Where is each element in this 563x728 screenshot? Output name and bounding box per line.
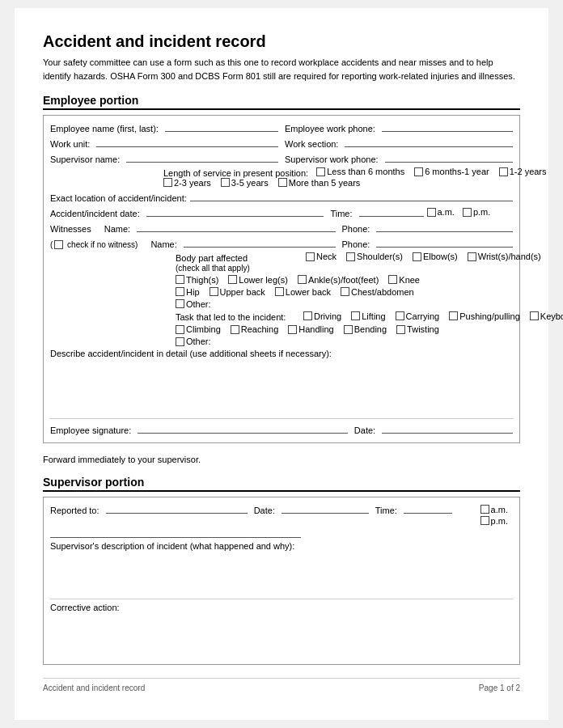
witness-phone-field-1[interactable] bbox=[376, 221, 513, 232]
sup-cb-pm[interactable]: p.m. bbox=[480, 516, 508, 526]
employee-sig-label: Employee signature: bbox=[50, 425, 131, 435]
cb-ankle[interactable]: Ankle(s)/foot(feet) bbox=[298, 275, 379, 285]
employee-form-section: Employee name (first, last): Employee wo… bbox=[43, 115, 520, 443]
cb-less-6-months[interactable]: Less than 6 months bbox=[316, 167, 404, 176]
witness-name-label-2: Name: bbox=[150, 239, 176, 249]
cb-more-5-years[interactable]: More than 5 years bbox=[278, 178, 361, 188]
cb-bending[interactable]: Bending bbox=[344, 324, 387, 334]
reported-to-field[interactable] bbox=[106, 502, 248, 514]
sup-date-field[interactable] bbox=[282, 502, 369, 514]
cb-6months-1year[interactable]: 6 months-1 year bbox=[414, 167, 489, 176]
cb-lifting[interactable]: Lifting bbox=[351, 311, 385, 321]
cb-carrying[interactable]: Carrying bbox=[396, 311, 440, 321]
supervisor-phone-label: Supervisor work phone: bbox=[285, 154, 379, 164]
witness-name-field-2[interactable] bbox=[184, 236, 336, 248]
supervisor-form-section: Reported to: Date: Time: a.m. p.m. bbox=[43, 497, 520, 665]
cb-elbow[interactable]: Elbow(s) bbox=[413, 252, 458, 261]
employee-phone-field[interactable] bbox=[382, 121, 513, 132]
work-section-label: Work section: bbox=[285, 139, 338, 149]
incident-date-field[interactable] bbox=[146, 205, 324, 217]
work-unit-field[interactable] bbox=[96, 136, 278, 147]
task-led-label: Task that led to the incident: bbox=[176, 312, 295, 322]
cb-am[interactable]: a.m. bbox=[427, 207, 455, 217]
row-witness-2: ( check if no witness) Name: Phone: bbox=[50, 236, 513, 250]
witnesses-label: Witnesses bbox=[50, 224, 91, 234]
cb-climbing[interactable]: Climbing bbox=[176, 324, 221, 334]
employee-section-heading: Employee portion bbox=[43, 94, 520, 110]
employee-sig-field[interactable] bbox=[138, 422, 348, 434]
cb-no-witness[interactable] bbox=[54, 240, 63, 249]
cb-chest[interactable]: Chest/abdomen bbox=[341, 287, 414, 297]
cb-handling[interactable]: Handling bbox=[288, 324, 333, 334]
cb-knee[interactable]: Knee bbox=[388, 275, 420, 285]
work-section-field[interactable] bbox=[345, 136, 513, 147]
row-task: Task that led to the incident: Driving L… bbox=[50, 311, 513, 347]
cb-task-other[interactable]: Other: bbox=[176, 336, 211, 346]
cb-6months-1year-box[interactable] bbox=[414, 167, 423, 176]
cb-hip[interactable]: Hip bbox=[176, 287, 200, 297]
row-sup-description: Supervisor's description of incident (wh… bbox=[50, 541, 513, 595]
describe-text-area[interactable] bbox=[50, 358, 513, 415]
cb-pm-box[interactable] bbox=[463, 208, 472, 217]
cb-3-5-years-box[interactable] bbox=[221, 178, 230, 187]
time-field[interactable] bbox=[359, 205, 424, 217]
corrective-action-area[interactable] bbox=[50, 612, 513, 657]
cb-reaching[interactable]: Reaching bbox=[231, 324, 278, 334]
intro-text: Your safety committee can use a form suc… bbox=[43, 56, 520, 83]
row-describe: Describe accident/incident in detail (us… bbox=[50, 349, 513, 415]
describe-label: Describe accident/incident in detail (us… bbox=[50, 349, 332, 358]
cb-thigh[interactable]: Thigh(s) bbox=[176, 275, 218, 285]
cb-body-other[interactable]: Other: bbox=[176, 299, 211, 309]
witness-phone-field-2[interactable] bbox=[376, 236, 513, 248]
witness-name-label-1: Name: bbox=[104, 224, 130, 234]
cb-3-5-years[interactable]: 3-5 years bbox=[221, 178, 269, 188]
cb-lower-leg[interactable]: Lower leg(s) bbox=[228, 275, 288, 285]
sup-time-label: Time: bbox=[375, 506, 397, 515]
exact-location-field[interactable] bbox=[190, 190, 513, 201]
employee-name-label: Employee name (first, last): bbox=[50, 124, 159, 133]
row-reported-to: Reported to: Date: Time: a.m. p.m. bbox=[50, 502, 513, 526]
sig-date-label: Date: bbox=[354, 425, 375, 435]
reported-to-extra-field[interactable] bbox=[50, 527, 301, 538]
cb-2-3-years-box[interactable] bbox=[163, 178, 172, 187]
cb-less-6-months-box[interactable] bbox=[316, 167, 325, 176]
cb-1-2-years[interactable]: 1-2 years bbox=[499, 167, 547, 176]
incident-date-label: Accident/incident date: bbox=[50, 209, 140, 218]
cb-shoulders[interactable]: Shoulder(s) bbox=[346, 252, 403, 261]
cb-more-5-years-box[interactable] bbox=[278, 178, 287, 187]
row-incident-date: Accident/incident date: Time: a.m. p.m. bbox=[50, 205, 513, 218]
row-corrective-action: Corrective action: bbox=[50, 599, 513, 657]
employee-name-field[interactable] bbox=[165, 121, 278, 132]
sup-cb-am[interactable]: a.m. bbox=[480, 505, 508, 514]
cb-driving[interactable]: Driving bbox=[303, 311, 341, 321]
exact-location-label: Exact location of accident/incident: bbox=[50, 193, 187, 203]
footer: Accident and incident record Page 1 of 2 bbox=[43, 678, 520, 692]
cb-wrist[interactable]: Wrist(s)/hand(s) bbox=[468, 252, 541, 261]
sup-description-area[interactable] bbox=[50, 551, 513, 595]
supervisor-phone-field[interactable] bbox=[385, 151, 513, 163]
work-unit-label: Work unit: bbox=[50, 139, 90, 149]
cb-keyboarding[interactable]: Keyboarding bbox=[530, 311, 563, 321]
row-employee-sig: Employee signature: Date: bbox=[50, 418, 513, 435]
witness-name-field-1[interactable] bbox=[137, 221, 335, 232]
page-title: Accident and incident record bbox=[43, 32, 520, 51]
cb-1-2-years-box[interactable] bbox=[499, 167, 508, 176]
sup-description-label: Supervisor's description of incident (wh… bbox=[50, 541, 294, 551]
supervisor-name-label: Supervisor name: bbox=[50, 154, 120, 164]
row-reported-to-underline bbox=[50, 527, 513, 538]
cb-neck[interactable]: Neck bbox=[306, 252, 337, 261]
row-supervisor-name: Supervisor name: Supervisor work phone: bbox=[50, 151, 513, 164]
supervisor-name-field[interactable] bbox=[126, 151, 278, 163]
sig-date-field[interactable] bbox=[382, 422, 513, 434]
cb-lower-back[interactable]: Lower back bbox=[275, 287, 331, 297]
row-length-of-service: Length of service in present position: L… bbox=[50, 167, 513, 188]
time-label: Time: bbox=[330, 209, 352, 218]
sup-time-field[interactable] bbox=[404, 502, 452, 514]
cb-pushing-pulling[interactable]: Pushing/pulling bbox=[449, 311, 520, 321]
check-if-no-witness-label: ( check if no witness) bbox=[50, 240, 138, 250]
cb-upper-back[interactable]: Upper back bbox=[210, 287, 265, 297]
cb-am-box[interactable] bbox=[427, 208, 436, 217]
cb-2-3-years[interactable]: 2-3 years bbox=[163, 178, 211, 188]
cb-twisting[interactable]: Twisting bbox=[396, 324, 439, 334]
cb-pm[interactable]: p.m. bbox=[463, 207, 490, 217]
